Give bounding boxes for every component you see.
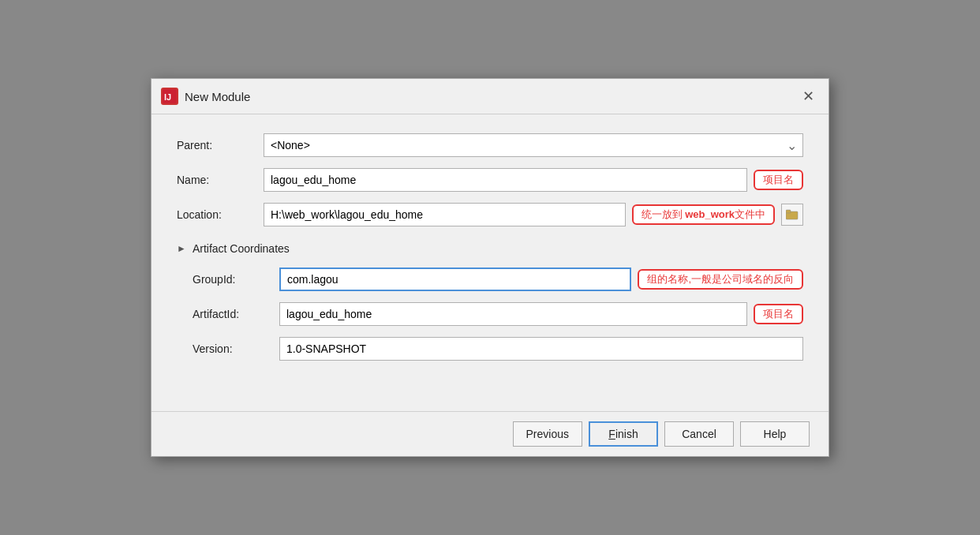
version-row: Version: [193,337,803,361]
svg-rect-3 [786,210,791,213]
parent-row: Parent: <None> ⌄ [177,133,803,157]
cancel-button[interactable]: Cancel [664,421,734,447]
location-field-wrap: 统一放到 web_work文件中 [264,203,803,226]
version-label: Version: [193,342,279,355]
dialog-title: New Module [185,90,250,103]
artifactid-annotation: 项目名 [754,304,803,324]
name-label: Name: [177,174,264,186]
artifactid-input[interactable] [279,302,747,326]
version-field-wrap [279,337,803,361]
groupid-annotation: 组的名称,一般是公司域名的反向 [638,269,803,290]
name-annotation: 项目名 [754,170,803,190]
dialog-footer: Previous Finish Cancel Help [151,411,829,456]
location-annotation: 统一放到 web_work文件中 [632,204,775,225]
close-button[interactable]: ✕ [797,85,819,107]
name-input[interactable] [264,168,747,192]
location-input[interactable] [264,203,626,226]
help-button[interactable]: Help [740,421,810,447]
title-bar: IJ New Module ✕ [151,79,829,114]
groupid-label: GroupId: [193,273,279,286]
name-row: Name: 项目名 [177,168,803,192]
app-icon: IJ [161,88,178,105]
location-label: Location: [177,208,264,221]
artifact-coordinates-section: ► Artifact Coordinates [177,242,803,255]
artifactid-field-wrap: 项目名 [279,302,803,326]
previous-button[interactable]: Previous [513,421,582,447]
groupid-input[interactable] [279,268,631,291]
location-row: Location: 统一放到 web_work文件中 [177,203,803,226]
title-bar-left: IJ New Module [161,88,250,105]
section-title: Artifact Coordinates [193,242,290,255]
name-field-wrap: 项目名 [264,168,803,192]
folder-icon [786,209,799,220]
parent-select-wrap[interactable]: <None> ⌄ [264,133,803,157]
groupid-row: GroupId: 组的名称,一般是公司域名的反向 [193,268,803,291]
parent-field-wrap: <None> ⌄ [264,133,803,157]
browse-folder-button[interactable] [781,204,803,226]
dialog-body: Parent: <None> ⌄ Name: 项目名 Location: 统一放… [151,114,829,411]
artifactid-label: ArtifactId: [193,308,279,320]
finish-underline-char: Finish [608,428,638,440]
artifactid-row: ArtifactId: 项目名 [193,302,803,326]
version-input[interactable] [279,337,803,361]
parent-select[interactable]: <None> [264,133,803,157]
artifact-coordinates-fields: GroupId: 组的名称,一般是公司域名的反向 ArtifactId: 项目名… [177,268,803,372]
new-module-dialog: IJ New Module ✕ Parent: <None> ⌄ Name: 项… [151,78,829,457]
finish-button[interactable]: Finish [589,421,658,447]
parent-label: Parent: [177,139,264,152]
svg-text:IJ: IJ [164,92,171,102]
groupid-field-wrap: 组的名称,一般是公司域名的反向 [279,268,803,291]
section-collapse-arrow-icon[interactable]: ► [177,243,186,254]
